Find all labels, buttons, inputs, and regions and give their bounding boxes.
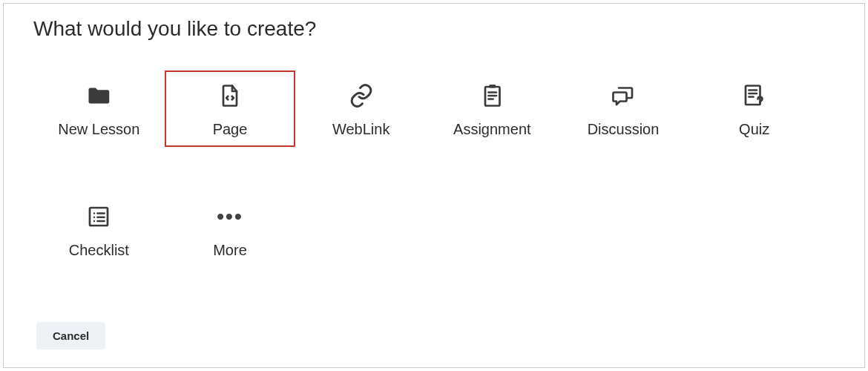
option-more[interactable]: ••• More <box>165 191 296 268</box>
checklist-icon <box>85 202 112 232</box>
svg-point-9 <box>759 104 760 105</box>
option-label: Assignment <box>453 121 531 138</box>
options-grid: New Lesson Page WebLink <box>33 70 820 268</box>
more-icon: ••• <box>217 202 243 232</box>
option-new-lesson[interactable]: New Lesson <box>33 70 165 147</box>
svg-rect-1 <box>490 85 496 88</box>
link-icon <box>348 81 375 111</box>
option-label: New Lesson <box>58 121 139 138</box>
option-page[interactable]: Page <box>165 70 296 147</box>
option-checklist[interactable]: Checklist <box>33 191 165 268</box>
svg-rect-5 <box>746 86 760 105</box>
svg-point-15 <box>93 220 95 222</box>
dialog-title: What would you like to create? <box>33 17 835 41</box>
folder-icon <box>85 81 112 111</box>
svg-point-13 <box>93 217 95 218</box>
quiz-icon <box>741 81 768 111</box>
cancel-button[interactable]: Cancel <box>36 322 105 349</box>
option-label: Quiz <box>739 121 769 138</box>
option-quiz[interactable]: Quiz <box>688 70 820 147</box>
create-dialog: What would you like to create? New Lesso… <box>3 3 865 368</box>
option-label: Page <box>213 121 248 138</box>
option-label: Checklist <box>69 242 129 259</box>
assignment-icon <box>479 81 505 111</box>
option-discussion[interactable]: Discussion <box>558 70 689 147</box>
option-assignment[interactable]: Assignment <box>427 70 558 147</box>
option-label: More <box>213 242 247 259</box>
page-code-icon <box>217 81 243 111</box>
svg-point-11 <box>93 212 95 214</box>
option-weblink[interactable]: WebLink <box>295 70 427 147</box>
discussion-icon <box>610 81 637 111</box>
option-label: Discussion <box>588 121 660 138</box>
option-label: WebLink <box>332 121 389 138</box>
